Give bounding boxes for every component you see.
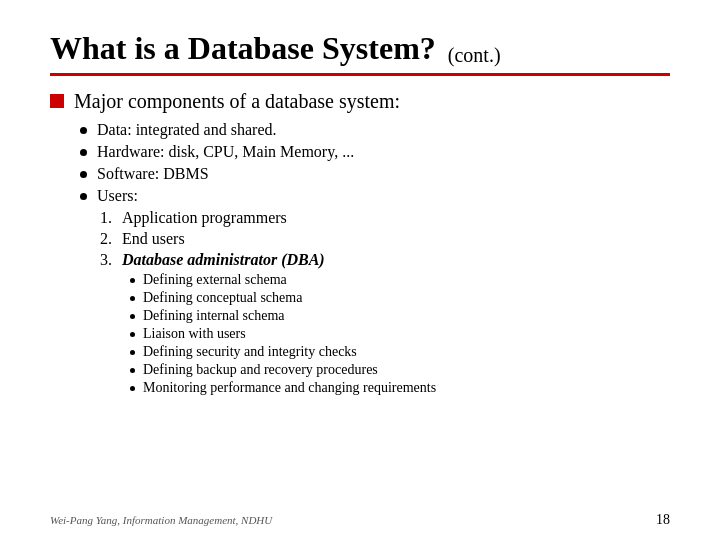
bullet-software: Software: DBMS (80, 165, 670, 183)
bullet-hardware-text: Hardware: disk, CPU, Main Memory, ... (97, 143, 354, 161)
bullet-users: Users: (80, 187, 670, 205)
page-number: 18 (656, 512, 670, 528)
slide-title-cont: (cont.) (448, 44, 501, 66)
dot-icon (80, 149, 87, 156)
small-dot-icon (130, 368, 135, 373)
divider-line (50, 73, 670, 76)
small-dot-icon (130, 332, 135, 337)
bullet-hardware: Hardware: disk, CPU, Main Memory, ... (80, 143, 670, 161)
small-dot-icon (130, 386, 135, 391)
bullet-data-text: Data: integrated and shared. (97, 121, 276, 139)
sub-bullets: Data: integrated and shared. Hardware: d… (80, 121, 670, 396)
dba-item-4: Liaison with users (130, 326, 670, 342)
bullet-icon (50, 94, 64, 108)
bullet-software-text: Software: DBMS (97, 165, 209, 183)
dba-item-5: Defining security and integrity checks (130, 344, 670, 360)
numbered-item-3-text: Database administrator (DBA) (122, 251, 325, 269)
num-3: 3. (100, 251, 116, 269)
numbered-item-1-text: Application programmers (122, 209, 287, 227)
dba-item-5-text: Defining security and integrity checks (143, 344, 357, 360)
dba-item-1: Defining external schema (130, 272, 670, 288)
num-2: 2. (100, 230, 116, 248)
dot-icon (80, 171, 87, 178)
numbered-item-3: 3. Database administrator (DBA) (100, 251, 670, 269)
numbered-item-2: 2. End users (100, 230, 670, 248)
bullet-users-text: Users: (97, 187, 138, 205)
dba-item-4-text: Liaison with users (143, 326, 246, 342)
small-dot-icon (130, 296, 135, 301)
footer-credit: Wei-Pang Yang, Information Management, N… (50, 514, 272, 526)
small-dot-icon (130, 278, 135, 283)
dba-item-2-text: Defining conceptual schema (143, 290, 302, 306)
dot-icon (80, 127, 87, 134)
dba-sub-list: Defining external schema Defining concep… (100, 272, 670, 396)
users-numbered-list: 1. Application programmers 2. End users … (80, 209, 670, 396)
bullet-data: Data: integrated and shared. (80, 121, 670, 139)
title-area: What is a Database System? (cont.) (50, 30, 670, 67)
dba-item-6: Defining backup and recovery procedures (130, 362, 670, 378)
main-bullet-text: Major components of a database system: (74, 90, 400, 113)
small-dot-icon (130, 350, 135, 355)
main-bullet: Major components of a database system: (50, 90, 670, 113)
dba-item-2: Defining conceptual schema (130, 290, 670, 306)
dba-item-7-text: Monitoring performance and changing requ… (143, 380, 436, 396)
small-dot-icon (130, 314, 135, 319)
content-area: Data: integrated and shared. Hardware: d… (50, 121, 670, 396)
dba-item-3: Defining internal schema (130, 308, 670, 324)
slide-title: What is a Database System? (50, 30, 436, 66)
dot-icon (80, 193, 87, 200)
dba-item-3-text: Defining internal schema (143, 308, 285, 324)
dba-item-7: Monitoring performance and changing requ… (130, 380, 670, 396)
numbered-item-1: 1. Application programmers (100, 209, 670, 227)
dba-item-1-text: Defining external schema (143, 272, 287, 288)
numbered-item-2-text: End users (122, 230, 185, 248)
slide: What is a Database System? (cont.) Major… (0, 0, 720, 540)
dba-item-6-text: Defining backup and recovery procedures (143, 362, 378, 378)
footer: Wei-Pang Yang, Information Management, N… (50, 512, 670, 528)
num-1: 1. (100, 209, 116, 227)
